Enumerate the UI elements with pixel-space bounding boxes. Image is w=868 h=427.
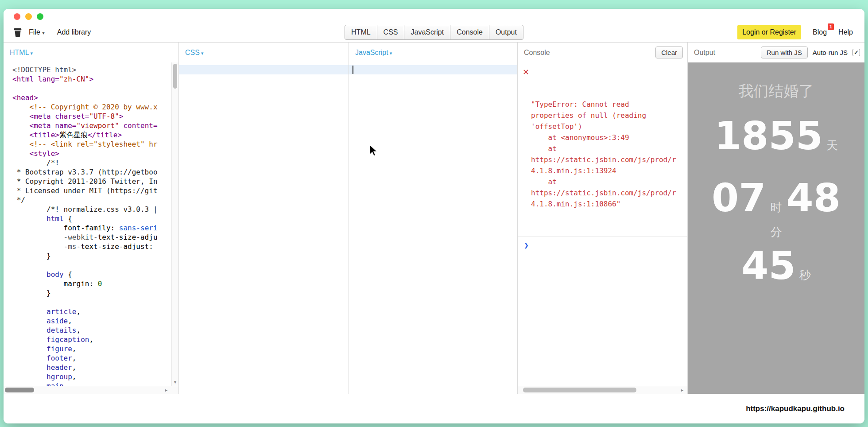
vertical-scrollbar-thumb[interactable]: [173, 64, 177, 89]
scrollbar-corner: [171, 386, 178, 394]
html-code[interactable]: <!DOCTYPE html><html lang="zh-CN"> <head…: [4, 62, 171, 386]
days-unit: 天: [826, 138, 838, 153]
output-panel-label: Output: [694, 49, 715, 57]
console-prompt-icon: ❯: [524, 241, 529, 250]
tab-css[interactable]: CSS: [377, 25, 405, 40]
error-icon: ✕: [523, 66, 529, 78]
file-menu-label: File: [29, 28, 40, 36]
tab-output[interactable]: Output: [489, 25, 523, 40]
output-panel-header: Output Run with JS Auto-run JS ✓: [688, 43, 864, 62]
html-panel-menu[interactable]: HTML▾: [10, 49, 33, 57]
mouse-cursor: [369, 144, 379, 157]
javascript-panel: JavaScript▾: [349, 43, 518, 394]
toolbar-right: Login or Register Blog1 Help: [737, 25, 853, 39]
horizontal-scrollbar-thumb[interactable]: [523, 388, 636, 392]
javascript-panel-header: JavaScript▾: [349, 43, 517, 62]
javascript-panel-label: JavaScript: [355, 49, 388, 56]
minimize-button[interactable]: [25, 13, 32, 20]
jsbin-logo-icon[interactable]: [12, 27, 23, 38]
active-line-highlight: [179, 65, 349, 74]
output-url: https://kapudkapu.github.io: [746, 404, 845, 413]
html-panel: HTML▾ <!DOCTYPE html><html lang="zh-CN">…: [4, 43, 179, 394]
output-header-controls: Run with JS Auto-run JS ✓: [761, 47, 860, 58]
console-error-lines: "TypeError: Cannot readproperties of nul…: [531, 99, 686, 210]
wedding-counter: 我们结婚了 1855 天 07 时 48 分 45 秒: [688, 62, 864, 394]
app-window: File ▾ Add library HTML CSS JavaScript C…: [4, 9, 864, 423]
minutes-value: 48: [787, 179, 841, 217]
console-error-message: ✕ "TypeError: Cannot readproperties of n…: [518, 62, 687, 232]
check-icon: ✓: [854, 50, 859, 55]
html-vertical-scrollbar[interactable]: ▼: [171, 62, 178, 386]
file-menu[interactable]: File ▾: [29, 28, 45, 36]
add-library-button[interactable]: Add library: [57, 28, 91, 36]
scroll-right-arrow-icon[interactable]: ►: [680, 388, 684, 392]
blog-link[interactable]: Blog1: [813, 28, 827, 36]
minutes-unit-row: 分: [771, 225, 782, 240]
clear-console-button[interactable]: Clear: [655, 47, 683, 58]
chevron-down-icon: ▾: [31, 50, 33, 56]
javascript-panel-menu[interactable]: JavaScript▾: [355, 49, 392, 57]
hours-minutes-row: 07 时 48: [712, 179, 841, 217]
text-cursor: [353, 66, 353, 74]
css-code[interactable]: [179, 62, 349, 394]
seconds-unit: 秒: [799, 268, 811, 283]
css-panel-header: CSS▾: [179, 43, 349, 62]
days-value: 1855: [714, 116, 823, 155]
html-panel-label: HTML: [10, 49, 29, 56]
active-line-highlight: [349, 65, 517, 74]
tab-html[interactable]: HTML: [345, 25, 377, 40]
html-panel-header: HTML▾: [4, 43, 178, 62]
zoom-button[interactable]: [37, 13, 43, 20]
chevron-down-icon: ▾: [390, 50, 392, 56]
panel-tabs: HTML CSS JavaScript Console Output: [345, 25, 523, 40]
hours-unit: 时: [771, 200, 782, 215]
close-button[interactable]: [14, 13, 20, 20]
run-with-js-button[interactable]: Run with JS: [761, 47, 808, 58]
notification-badge: 1: [828, 23, 834, 30]
chevron-down-icon: ▾: [201, 50, 204, 56]
css-panel: CSS▾: [179, 43, 349, 394]
console-horizontal-scrollbar[interactable]: ►: [518, 386, 687, 394]
console-input-line[interactable]: ❯: [518, 236, 687, 250]
console-log[interactable]: ✕ "TypeError: Cannot readproperties of n…: [518, 62, 687, 386]
tab-javascript[interactable]: JavaScript: [404, 25, 451, 40]
toolbar: File ▾ Add library HTML CSS JavaScript C…: [4, 22, 864, 43]
seconds-row: 45 秒: [741, 246, 810, 285]
login-button[interactable]: Login or Register: [737, 25, 801, 39]
scroll-down-arrow-icon[interactable]: ▼: [172, 380, 178, 384]
horizontal-scrollbar-thumb[interactable]: [5, 388, 34, 392]
days-row: 1855 天: [714, 116, 838, 155]
css-panel-label: CSS: [185, 49, 200, 56]
console-panel-label: Console: [524, 49, 550, 57]
chevron-down-icon: ▾: [42, 30, 45, 35]
console-panel: Console Clear ✕ "TypeError: Cannot readp…: [518, 43, 688, 394]
titlebar: [4, 9, 864, 22]
hours-value: 07: [712, 179, 766, 217]
counter-heading: 我们结婚了: [739, 81, 814, 101]
html-horizontal-scrollbar[interactable]: ►: [4, 386, 171, 394]
status-bar: https://kapudkapu.github.io: [4, 394, 864, 423]
autorun-label: Auto-run JS: [813, 49, 848, 56]
console-panel-header: Console Clear: [518, 43, 687, 62]
traffic-lights: [14, 13, 43, 20]
output-panel: Output Run with JS Auto-run JS ✓ 我们结婚了 1…: [688, 43, 864, 394]
seconds-value: 45: [741, 246, 795, 285]
autorun-checkbox[interactable]: ✓: [852, 49, 860, 56]
tab-console[interactable]: Console: [450, 25, 489, 40]
javascript-code[interactable]: [349, 62, 517, 394]
minutes-unit: 分: [771, 225, 782, 240]
css-panel-menu[interactable]: CSS▾: [185, 49, 203, 57]
help-link[interactable]: Help: [838, 28, 853, 36]
blog-label: Blog: [813, 28, 827, 36]
panels-row: HTML▾ <!DOCTYPE html><html lang="zh-CN">…: [4, 43, 864, 394]
scroll-right-arrow-icon[interactable]: ►: [164, 388, 168, 392]
